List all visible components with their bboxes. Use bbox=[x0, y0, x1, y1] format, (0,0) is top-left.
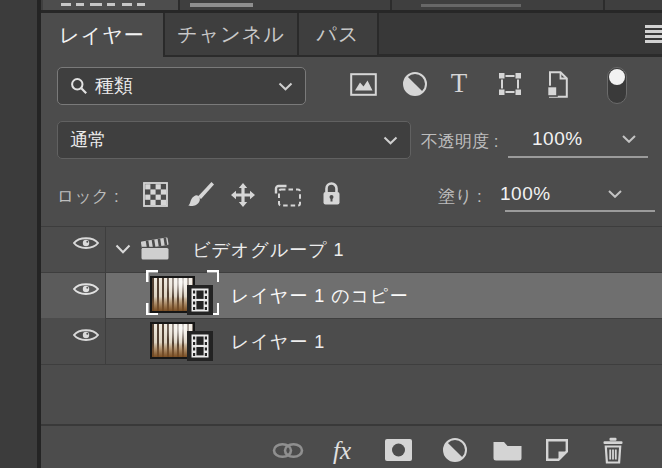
lock-transparent-pixels-icon[interactable] bbox=[141, 181, 169, 208]
cropped-tab-strip bbox=[41, 0, 662, 10]
new-group-icon[interactable] bbox=[490, 433, 524, 467]
layer-name-video-group[interactable]: ビデオグループ 1 bbox=[192, 238, 345, 262]
pixel-layer-filter-icon[interactable] bbox=[349, 71, 377, 97]
cropped-active-tab bbox=[43, 0, 179, 10]
group-expander-chevron-icon[interactable] bbox=[114, 243, 132, 255]
layer-name-selected[interactable]: レイヤー 1 のコピー bbox=[231, 284, 409, 308]
svg-text:T: T bbox=[451, 70, 468, 97]
filter-kind-dropdown[interactable]: 種類 bbox=[57, 67, 306, 105]
tab-paths[interactable]: パス bbox=[299, 13, 377, 55]
video-filmstrip-icon bbox=[187, 331, 213, 361]
type-layer-filter-icon[interactable]: T bbox=[446, 70, 472, 97]
cropped-tab-text bbox=[190, 3, 253, 7]
opacity-label: 不透明度 : bbox=[421, 130, 498, 153]
opacity-chevron-icon[interactable] bbox=[622, 135, 636, 143]
delete-layer-icon[interactable] bbox=[596, 433, 630, 467]
new-adjustment-layer-icon[interactable] bbox=[438, 433, 472, 467]
tab-channels-label: チャンネル bbox=[177, 21, 284, 48]
video-group-clapperboard-icon[interactable] bbox=[139, 234, 171, 262]
panel-menu-icon[interactable] bbox=[645, 25, 662, 45]
shape-layer-filter-icon[interactable] bbox=[496, 71, 524, 97]
toggle-knob bbox=[609, 69, 625, 85]
tab-layers-label: レイヤー bbox=[59, 22, 144, 49]
toolbar-divider bbox=[41, 424, 662, 426]
filter-kind-label: 種類 bbox=[95, 73, 133, 99]
lock-position-icon[interactable] bbox=[229, 181, 257, 208]
fill-value[interactable]: 100% bbox=[500, 183, 551, 205]
layer-row-video-group[interactable] bbox=[41, 227, 662, 273]
layer-style-icon[interactable]: fx bbox=[325, 433, 359, 467]
fill-underline bbox=[505, 210, 655, 212]
fill-label: 塗り : bbox=[438, 185, 482, 208]
layers-panel-window: レイヤー チャンネル パス 種類 T 通常 bbox=[0, 0, 662, 468]
visibility-eye-icon[interactable] bbox=[72, 326, 100, 344]
visibility-eye-icon[interactable] bbox=[72, 234, 100, 252]
adjustment-layer-filter-icon[interactable] bbox=[401, 71, 429, 97]
smart-object-filter-icon[interactable] bbox=[545, 70, 571, 98]
layer-name-layer1[interactable]: レイヤー 1 bbox=[231, 330, 325, 354]
add-layer-mask-icon[interactable] bbox=[381, 433, 415, 467]
layer-filtering-toggle[interactable] bbox=[607, 67, 627, 104]
new-layer-icon[interactable] bbox=[540, 433, 574, 467]
lock-image-pixels-icon[interactable] bbox=[186, 180, 216, 209]
blend-mode-dropdown[interactable]: 通常 bbox=[57, 121, 411, 159]
tab-paths-label: パス bbox=[317, 21, 360, 48]
tab-channels[interactable]: チャンネル bbox=[165, 13, 297, 55]
opacity-underline bbox=[508, 156, 648, 158]
chevron-down-icon bbox=[278, 82, 293, 91]
cropped-tab-text bbox=[421, 4, 521, 7]
video-filmstrip-icon bbox=[187, 285, 213, 315]
fill-chevron-icon[interactable] bbox=[608, 190, 622, 198]
link-layers-icon[interactable] bbox=[271, 433, 305, 467]
chevron-down-icon bbox=[383, 136, 398, 145]
eye-column-divider bbox=[105, 227, 106, 365]
lock-label: ロック : bbox=[57, 185, 119, 208]
opacity-value[interactable]: 100% bbox=[532, 128, 583, 150]
blend-mode-value: 通常 bbox=[70, 128, 106, 152]
tab-layers[interactable]: レイヤー bbox=[41, 13, 163, 57]
lock-all-icon[interactable] bbox=[319, 180, 343, 208]
search-icon bbox=[70, 77, 88, 95]
visibility-eye-icon[interactable] bbox=[72, 280, 100, 298]
fx-label: fx bbox=[333, 438, 351, 463]
lock-artboard-icon[interactable] bbox=[273, 183, 303, 208]
layer-row-layer1[interactable] bbox=[41, 319, 662, 365]
